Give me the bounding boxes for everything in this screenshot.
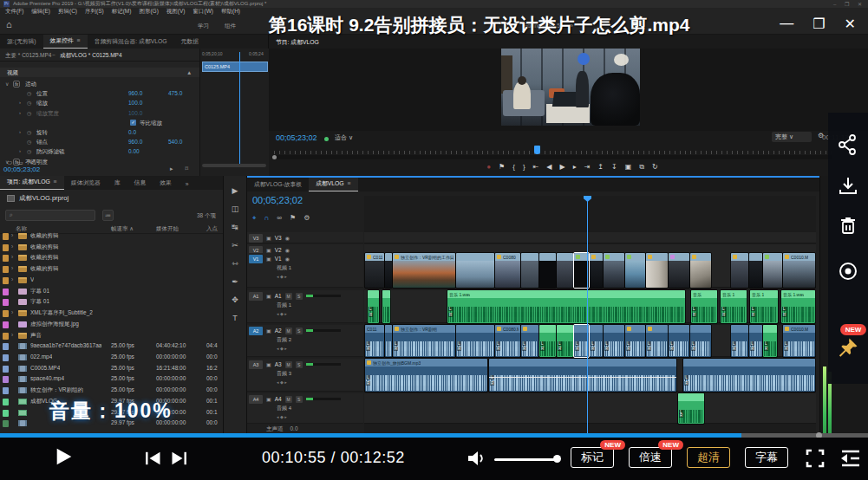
playlist-icon[interactable]: [839, 448, 862, 469]
project-row[interactable]: 独立创作：VR剧组的25.00 fps00:00:00:0000:0: [0, 386, 220, 396]
stopwatch-icon[interactable]: ◷: [27, 148, 31, 154]
solo-button[interactable]: S: [296, 293, 303, 300]
share-icon[interactable]: [837, 133, 859, 156]
tool-icon[interactable]: ◫: [232, 204, 239, 213]
keyframe-nav[interactable]: ◂ ◆ ▸: [277, 311, 287, 316]
menu-item[interactable]: 视图(V): [166, 8, 186, 16]
previous-episode-button[interactable]: [144, 451, 162, 465]
project-row[interactable]: ›收藏的剪辑: [0, 264, 220, 275]
solo-button[interactable]: S: [296, 361, 303, 368]
timeline-clip[interactable]: [763, 253, 782, 288]
timeline-clip[interactable]: 独立创作：VR剧组的工作日常.mp4: [393, 253, 455, 288]
timeline-clip[interactable]: LR: [521, 325, 538, 357]
program-timecode[interactable]: 00;05;23;02: [276, 133, 317, 142]
param-value[interactable]: 100.0: [128, 110, 142, 116]
project-row[interactable]: C0005.MP425.00 fps16:21:48:0016:2: [0, 364, 220, 374]
timeline-clip[interactable]: LR: [456, 325, 494, 357]
toggle-track-output-icon[interactable]: ◉: [285, 235, 290, 241]
timeline-clip[interactable]: LR: [625, 325, 645, 357]
collapse-caret-icon[interactable]: ∨: [5, 81, 9, 87]
transport-icon[interactable]: ↧: [611, 163, 617, 171]
minimize-button[interactable]: —: [780, 16, 793, 32]
transport-icon[interactable]: {: [512, 163, 515, 171]
transport-icon[interactable]: ▸: [573, 163, 577, 171]
timeline-clip[interactable]: C0080: [495, 253, 520, 288]
collapse-caret-icon[interactable]: ›: [19, 129, 21, 134]
player-button-倍速[interactable]: 倍速NEW: [629, 447, 672, 468]
transport-icon[interactable]: ●: [486, 163, 491, 171]
volume-slider-knob[interactable]: [553, 455, 561, 463]
lock-icon[interactable]: ▣: [266, 293, 271, 299]
bin-caret-icon[interactable]: ›: [11, 276, 13, 282]
project-row[interactable]: ›XML字幕序列_Subtitle_2: [0, 308, 220, 319]
tool-icon[interactable]: ⇿: [232, 259, 238, 268]
transport-icon[interactable]: ⇥: [584, 163, 591, 171]
bin-caret-icon[interactable]: ›: [11, 265, 13, 271]
menu-item[interactable]: 剪辑(C): [58, 8, 77, 16]
timeline-clip[interactable]: [385, 253, 392, 288]
timeline-clip[interactable]: [749, 253, 762, 288]
menu-item[interactable]: 标记(M): [112, 8, 132, 16]
menu-item[interactable]: 文件(F): [5, 8, 23, 16]
timeline-clip[interactable]: LR: [604, 325, 624, 357]
mute-button[interactable]: M: [285, 328, 292, 334]
bin-caret-icon[interactable]: ›: [11, 309, 13, 315]
timeline-clip[interactable]: [521, 253, 538, 288]
track-name[interactable]: 音频 2: [277, 336, 291, 344]
timeline-clip[interactable]: [382, 290, 390, 323]
source-patch[interactable]: V1: [249, 255, 263, 263]
track-name[interactable]: 视频 1: [277, 264, 291, 272]
label-color-swatch[interactable]: [3, 299, 9, 306]
tool-icon[interactable]: ✒: [232, 277, 238, 286]
timeline-clip[interactable]: [557, 253, 573, 288]
volume-slider[interactable]: [494, 458, 558, 461]
project-row[interactable]: 022.mp425.00 fps00:00:00:0000:0: [0, 353, 220, 363]
timeline-clip[interactable]: LR: [678, 393, 704, 424]
close-button[interactable]: ✕: [845, 16, 856, 32]
timeline-clip[interactable]: LR: [368, 290, 379, 323]
menu-item[interactable]: 窗口(W): [193, 8, 213, 16]
param-value[interactable]: 0.0: [128, 129, 136, 135]
solo-button[interactable]: S: [296, 396, 303, 403]
maximize-button[interactable]: ❐: [813, 16, 825, 32]
track-header-v1[interactable]: V1▣V1◉视频 1◂ ◆ ▸: [247, 253, 363, 288]
timeline-clip[interactable]: LR: [590, 325, 603, 357]
transport-icon[interactable]: ⇤: [533, 163, 539, 171]
project-row[interactable]: 字幕 01: [0, 287, 220, 297]
tool-icon[interactable]: ↹: [232, 223, 238, 231]
timeline-clip[interactable]: 音乐 1LR: [721, 290, 747, 323]
label-color-swatch[interactable]: [3, 321, 9, 328]
keyframe-nav[interactable]: ◂ ◆ ▸: [277, 414, 287, 419]
label-color-swatch[interactable]: [3, 233, 9, 240]
track-name[interactable]: 音频 4: [277, 405, 291, 412]
timeline-clip[interactable]: LR: [731, 325, 748, 357]
lock-icon[interactable]: ▣: [266, 361, 271, 367]
transport-icon[interactable]: ▶: [559, 163, 565, 171]
mute-button[interactable]: M: [285, 396, 292, 403]
transport-icon[interactable]: ▣: [625, 163, 632, 171]
play-button[interactable]: [55, 446, 73, 467]
transport-icon[interactable]: ↻: [652, 163, 658, 171]
lock-icon[interactable]: ▣: [266, 396, 271, 402]
track-header-a2[interactable]: A2▣A2MS音频 2◂ ◆ ▸: [247, 325, 363, 357]
toggle-track-output-icon[interactable]: ◉: [285, 256, 290, 262]
zoom-level-dropdown[interactable]: 适合 ∨: [335, 133, 353, 142]
param-value[interactable]: 960.0: [128, 90, 142, 96]
timeline-clip[interactable]: [625, 253, 645, 288]
stopwatch-icon[interactable]: ◷: [27, 129, 31, 135]
timeline-clip[interactable]: [731, 253, 748, 288]
player-button-字幕[interactable]: 字幕: [745, 447, 788, 468]
tool-icon[interactable]: T: [232, 314, 238, 322]
timeline-clip[interactable]: 音乐 1.wavLR: [781, 290, 815, 323]
program-scrollbar[interactable]: [274, 155, 832, 159]
timeline-clip[interactable]: LR: [749, 325, 762, 357]
mini-timeline-clip[interactable]: C0125.MP4: [202, 62, 268, 72]
label-color-swatch[interactable]: [3, 333, 9, 340]
timeline-clip[interactable]: C0080.MLR: [495, 325, 520, 357]
param-value[interactable]: 540.0: [168, 139, 182, 145]
tool-icon[interactable]: ▶: [232, 186, 238, 195]
master-track-header[interactable]: 主声道 0.0: [247, 425, 363, 433]
stopwatch-icon[interactable]: ◷: [27, 110, 31, 116]
timeline-clip[interactable]: LR: [489, 359, 676, 392]
lock-icon[interactable]: ▣: [266, 256, 271, 262]
